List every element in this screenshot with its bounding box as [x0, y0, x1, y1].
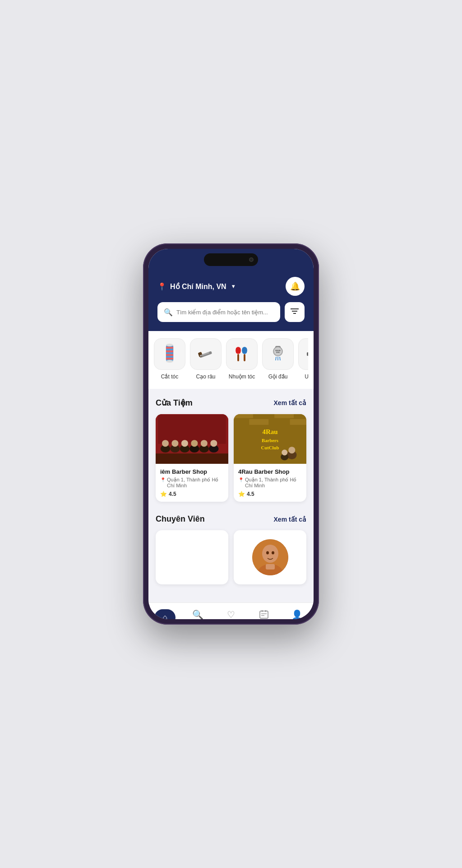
booking-icon	[259, 609, 269, 619]
svg-point-32	[278, 352, 280, 353]
shop-location-1: 📍 Quận 1, Thành phố Hồ Chí Minh	[160, 477, 224, 488]
svg-line-35	[280, 357, 280, 360]
search-row: 🔍	[157, 302, 305, 322]
shop-rating-2: ⭐ 4.5	[238, 491, 302, 497]
filter-button[interactable]	[285, 302, 305, 322]
specialists-section-header: Chuyên Viên Xem tất cả	[156, 514, 306, 524]
svg-line-33	[276, 357, 276, 360]
category-label-cao-rau: Cạo râu	[196, 373, 215, 380]
search-bar[interactable]: 🔍	[157, 302, 280, 322]
specialists-section: Chuyên Viên Xem tất cả	[156, 514, 306, 584]
shops-see-all[interactable]: Xem tất cả	[274, 399, 306, 406]
location-info[interactable]: 📍 Hồ Chí Minh, VN ▾	[157, 282, 235, 291]
svg-point-8	[166, 360, 173, 363]
svg-rect-82	[266, 564, 275, 569]
category-item-uon-toc[interactable]: Uốn tóc	[298, 338, 308, 380]
svg-rect-68	[269, 419, 289, 425]
svg-point-78	[262, 545, 278, 563]
svg-point-57	[201, 440, 208, 447]
svg-rect-62	[234, 414, 253, 418]
account-icon: 👤	[291, 609, 303, 619]
shop-info-2: 4Rau Barber Shop 📍 Quận 1, Thành phố Hồ …	[234, 464, 306, 502]
location-text: Hồ Chí Minh, VN	[170, 282, 226, 291]
svg-rect-60	[156, 453, 228, 464]
svg-point-28	[276, 350, 277, 351]
pin-icon-1: 📍	[160, 477, 166, 482]
content-area: 📍 Hồ Chí Minh, VN ▾ 🔔 🔍	[148, 271, 314, 619]
svg-rect-69	[290, 419, 306, 425]
svg-rect-37	[307, 352, 308, 356]
svg-point-31	[277, 352, 278, 353]
shop-image-2: 4Rau Barbers CutClub	[234, 414, 306, 464]
nav-item-favorites[interactable]: ♡ Yêu Thích	[214, 607, 247, 619]
svg-rect-64	[274, 414, 294, 418]
nav-home-bg: ⌂	[154, 609, 176, 619]
svg-point-53	[181, 440, 188, 447]
category-item-cat-toc[interactable]: Cắt tóc	[154, 338, 185, 380]
shops-section-title: Cửa Tiệm	[156, 398, 193, 408]
camera-dot	[249, 257, 254, 262]
category-icon-goi-dau	[262, 338, 294, 370]
svg-point-74	[288, 447, 295, 453]
bell-icon: 🔔	[290, 281, 300, 291]
category-icon-cao-rau	[190, 338, 222, 370]
svg-point-59	[210, 440, 217, 447]
explore-icon: 🔍	[192, 609, 203, 619]
category-item-nhuom-toc[interactable]: Nhuộm tóc	[226, 338, 258, 380]
category-icon-uon-toc	[298, 338, 308, 370]
category-item-cao-rau[interactable]: Cạo râu	[190, 338, 222, 380]
svg-point-51	[171, 440, 178, 447]
specialist-card-1[interactable]	[156, 530, 228, 584]
shop-rating-1: ⭐ 4.5	[160, 491, 224, 497]
shop-name-1: iêm Barber Shop	[160, 468, 224, 475]
nav-item-booking[interactable]: Đặt chỗ	[248, 607, 281, 619]
svg-point-30	[279, 350, 281, 351]
bottom-navigation: ⌂ Trang Chủ 🔍 Khám Phá ♡ Yêu Thích	[148, 602, 314, 619]
star-icon-1: ⭐	[160, 491, 167, 497]
shops-grid: iêm Barber Shop 📍 Quận 1, Thành phố Hồ C…	[156, 414, 306, 502]
svg-text:Barbers: Barbers	[262, 438, 278, 443]
notification-button[interactable]: 🔔	[286, 277, 305, 296]
specialists-grid	[156, 530, 306, 584]
svg-point-27	[273, 347, 282, 356]
category-icon-nhuom-toc	[226, 338, 258, 370]
location-pin-icon: 📍	[157, 282, 166, 291]
svg-rect-66	[234, 419, 248, 425]
shop-card-2[interactable]: 4Rau Barbers CutClub	[234, 414, 306, 502]
svg-text:4Rau: 4Rau	[262, 428, 277, 435]
categories-section: Cắt tóc Cạo râu	[148, 331, 314, 389]
svg-point-29	[277, 350, 279, 351]
specialists-see-all[interactable]: Xem tất cả	[274, 516, 306, 523]
nav-item-explore[interactable]: 🔍 Khám Phá	[181, 607, 214, 619]
phone-screen: 📍 Hồ Chí Minh, VN ▾ 🔔 🔍	[148, 249, 314, 619]
svg-point-7	[166, 344, 173, 346]
svg-rect-13	[237, 354, 239, 361]
svg-rect-83	[260, 611, 268, 618]
notch	[204, 253, 258, 266]
shop-card-1[interactable]: iêm Barber Shop 📍 Quận 1, Thành phố Hồ C…	[156, 414, 228, 502]
svg-point-81	[272, 551, 274, 555]
svg-rect-4	[166, 345, 173, 361]
category-label-goi-dau: Gội đầu	[268, 373, 288, 380]
svg-rect-63	[254, 414, 273, 418]
nav-item-home[interactable]: ⌂ Trang Chủ	[148, 607, 181, 619]
svg-rect-67	[249, 419, 268, 425]
svg-rect-65	[295, 414, 306, 418]
nav-item-account[interactable]: 👤 Tài khoản	[281, 607, 314, 619]
notch-bar	[148, 249, 314, 271]
svg-rect-47	[158, 415, 226, 443]
chevron-down-icon: ▾	[232, 283, 235, 289]
svg-text:CutClub: CutClub	[261, 445, 279, 450]
star-icon-2: ⭐	[238, 491, 245, 497]
favorites-icon: ♡	[227, 609, 235, 619]
specialist-avatar-2	[252, 539, 288, 575]
specialists-section-title: Chuyên Viên	[156, 514, 205, 524]
search-input[interactable]	[176, 309, 274, 316]
specialist-card-2[interactable]	[234, 530, 306, 584]
svg-rect-15	[244, 354, 245, 361]
shop-location-2: 📍 Quận 1, Thành phố Hồ Chí Minh	[238, 477, 302, 488]
category-item-goi-dau[interactable]: Gội đầu	[262, 338, 294, 380]
svg-point-55	[191, 440, 198, 447]
home-icon: ⌂	[162, 613, 167, 619]
svg-point-49	[162, 440, 169, 447]
